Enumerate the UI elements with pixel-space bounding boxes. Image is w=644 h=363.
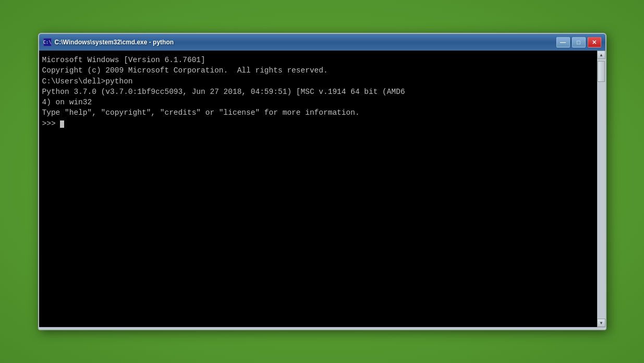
terminal-cursor — [60, 120, 64, 128]
terminal-line-6: 4) on win32 — [42, 97, 594, 107]
scrollbar[interactable]: ▲ ▼ — [597, 51, 605, 327]
cmd-icon: C:\ — [43, 38, 52, 46]
title-bar-left: C:\ C:\Windows\system32\cmd.exe - python — [43, 38, 174, 46]
terminal-line-7: Type "help", "copyright", "credits" or "… — [42, 107, 594, 118]
window-content: Microsoft Windows [Version 6.1.7601] Cop… — [39, 51, 605, 327]
close-button[interactable]: ✕ — [588, 37, 601, 47]
cmd-window: C:\ C:\Windows\system32\cmd.exe - python… — [38, 33, 606, 330]
scrollbar-thumb[interactable] — [598, 61, 605, 82]
title-bar-buttons: — □ ✕ — [556, 37, 601, 47]
terminal-area[interactable]: Microsoft Windows [Version 6.1.7601] Cop… — [39, 51, 597, 327]
terminal-line-1: Microsoft Windows [Version 6.1.7601] — [42, 55, 594, 65]
terminal-line-2: Copyright (c) 2009 Microsoft Corporation… — [42, 65, 594, 76]
window-title: C:\Windows\system32\cmd.exe - python — [55, 39, 174, 46]
scrollbar-down-arrow[interactable]: ▼ — [597, 319, 605, 327]
window-border-bottom — [39, 327, 605, 329]
scrollbar-track[interactable] — [598, 59, 605, 319]
terminal-line-4: C:\Users\dell>python — [42, 76, 594, 87]
scrollbar-up-arrow[interactable]: ▲ — [597, 51, 605, 59]
title-bar: C:\ C:\Windows\system32\cmd.exe - python… — [39, 34, 605, 51]
minimize-button[interactable]: — — [556, 37, 570, 47]
maximize-button[interactable]: □ — [572, 37, 586, 47]
terminal-line-8: >>> — [42, 118, 594, 129]
terminal-line-5: Python 3.7.0 (v3.7.0:1bf9cc5093, Jun 27 … — [42, 87, 594, 97]
